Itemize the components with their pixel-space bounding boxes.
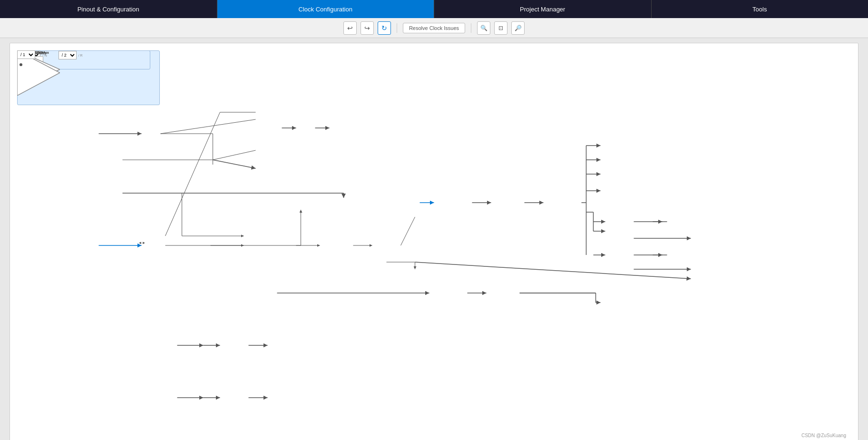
svg-line-42 bbox=[415, 262, 691, 279]
tab-clock[interactable]: Clock Configuration bbox=[217, 0, 435, 18]
toolbar-separator bbox=[397, 23, 397, 33]
svg-line-1 bbox=[161, 119, 256, 134]
redo-button[interactable]: ↪ bbox=[361, 21, 374, 35]
svg-point-81 bbox=[20, 63, 22, 66]
diagram-container: ◄► bbox=[10, 43, 858, 440]
toolbar: ↩ ↪ ↻ Resolve Clock Issues 🔍 ⊡ 🔍 bbox=[0, 18, 868, 38]
svg-line-19 bbox=[401, 217, 415, 245]
tab-tools[interactable]: Tools bbox=[652, 0, 868, 18]
tab-project[interactable]: Project Manager bbox=[434, 0, 652, 18]
mco1-div-group: / 1/ 2 bbox=[17, 50, 35, 59]
svg-line-6 bbox=[213, 160, 256, 168]
refresh-button[interactable]: ↻ bbox=[378, 21, 391, 35]
mco1-div-select[interactable]: / 1/ 2 bbox=[17, 50, 35, 59]
watermark: CSDN @ZuSuKuang bbox=[801, 433, 846, 438]
resolve-clock-button[interactable]: Resolve Clock Issues bbox=[403, 23, 465, 33]
tab-pinout[interactable]: Pinout & Configuration bbox=[0, 0, 217, 18]
fit-button[interactable]: ⊡ bbox=[494, 21, 507, 35]
svg-text:◄►: ◄► bbox=[138, 241, 146, 245]
toolbar-separator2 bbox=[471, 23, 471, 33]
undo-button[interactable]: ↩ bbox=[343, 21, 357, 35]
plli2s-divR-select[interactable]: / 2/ 3 bbox=[59, 51, 77, 59]
zoom-in-button[interactable]: 🔍 bbox=[477, 21, 490, 35]
main-content: ◄► bbox=[0, 38, 868, 440]
top-nav: Pinout & Configuration Clock Configurati… bbox=[0, 0, 868, 18]
clock-diagram: ◄► bbox=[17, 50, 851, 440]
zoom-out-button[interactable]: 🔍 bbox=[511, 21, 525, 35]
svg-line-16 bbox=[166, 112, 220, 236]
svg-line-5 bbox=[213, 150, 256, 160]
